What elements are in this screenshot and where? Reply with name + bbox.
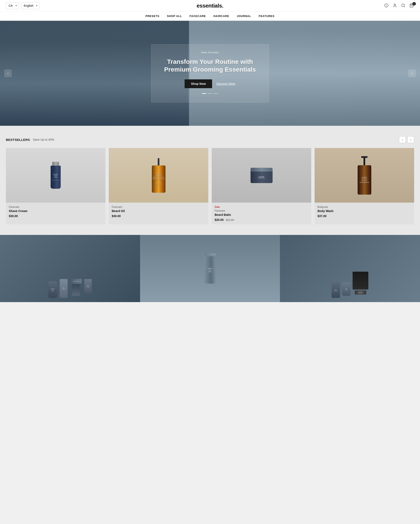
product-image-shave-cream: essentials.ShaveCream———————— (6, 148, 105, 203)
banner-panel-haircare[interactable]: HairShampoo HairMask Matte Paste (280, 235, 420, 302)
body-wash-pump (361, 156, 368, 165)
bestsellers-subtitle: Save Up to 40% (33, 138, 54, 141)
svg-point-3 (394, 4, 396, 5)
beard-balm-label: essentialsBeard Balm (258, 176, 265, 178)
product-card-beard-balm[interactable]: essentialsBeard Balm Sale Facecare Beard… (212, 148, 311, 224)
info-icon[interactable] (384, 3, 389, 8)
cart-count: 0 (412, 2, 416, 5)
nav-presets[interactable]: PRESETS (146, 15, 159, 18)
body-wash-label: essentialsRefreshingShower GelRich & Vit… (360, 176, 369, 183)
body-wash-pump-neck (364, 158, 365, 165)
bestsellers-next-button[interactable]: › (407, 136, 414, 143)
hero-next-button[interactable]: › (408, 70, 416, 77)
nav-shop-all[interactable]: SHOP ALL (167, 15, 182, 18)
shave-cream-body: essentials.ShaveCream———————— (51, 166, 61, 189)
product-price-beard-oil: $30.00 (112, 214, 205, 218)
hero-frame: New Arrivals Transform Your Routine with… (151, 44, 269, 103)
country-select[interactable]: CA (6, 2, 19, 9)
product-info-shave-cream: Facecare Shave Cream $30.00 (6, 203, 105, 221)
product-name-beard-oil: Beard Oil (112, 209, 205, 213)
hero-buttons: Shop Now Discover More (160, 79, 260, 88)
product-price-body-wash: $37.00 (317, 214, 411, 218)
beard-oil-visual: essentialsBeard OilNatural Jojoba Extrac… (152, 158, 166, 193)
nav-journal[interactable]: JOURNAL (237, 15, 251, 18)
hero-dots (160, 93, 260, 94)
bestsellers-title-group: BESTSELLERS Save Up to 40% (6, 138, 54, 141)
product-card-shave-cream[interactable]: essentials.ShaveCream———————— Facecare S… (6, 148, 105, 224)
product-card-body-wash[interactable]: essentialsRefreshingShower GelRich & Vit… (315, 148, 414, 224)
beard-oil-body: essentialsBeard OilNatural Jojoba Extrac… (152, 166, 166, 193)
shop-now-button[interactable]: Shop Now (184, 79, 212, 88)
product-price-beard-balm: $25.00 $31.00 (215, 218, 308, 221)
cart-icon[interactable]: 0 (410, 3, 414, 8)
beard-oil-dropper (158, 158, 159, 166)
sale-badge: Sale (215, 206, 308, 209)
body-wash-pump-head (361, 156, 368, 158)
hero-dot-2[interactable] (208, 93, 212, 94)
product-card-beard-oil[interactable]: essentialsBeard OilNatural Jojoba Extrac… (109, 148, 208, 224)
hero-tag: New Arrivals (160, 51, 260, 54)
banner-panel-facecare[interactable]: essentialsFaceWash FaceCream Beard Cream… (0, 235, 140, 302)
header-icons: 0 (384, 3, 414, 8)
products-grid: essentials.ShaveCream———————— Facecare S… (6, 148, 414, 224)
product-info-body-wash: Bodycare Body Wash $37.00 (315, 203, 414, 221)
banner-panel-bodycare[interactable]: essentialsBodyCream (140, 235, 280, 302)
beard-balm-body: essentialsBeard Balm (251, 172, 272, 183)
nav-facecare[interactable]: FACECARE (189, 15, 206, 18)
shave-cream-label: essentials.ShaveCream———————— (52, 174, 60, 181)
product-name-body-wash: Body Wash (317, 209, 411, 213)
product-category-beard-balm: Facecare (215, 209, 308, 212)
body-wash-body: essentialsRefreshingShower GelRich & Vit… (358, 165, 371, 195)
nav-features[interactable]: FEATURES (259, 15, 275, 18)
price-sale-beard-balm: $25.00 (215, 218, 224, 221)
product-name-beard-balm: Beard Balm (215, 213, 308, 217)
language-select-wrapper: English (21, 2, 39, 9)
beard-balm-lid (251, 168, 272, 172)
site-header: CA English essentials. 0 (0, 0, 420, 21)
bestsellers-section: BESTSELLERS Save Up to 40% ‹ › essential… (0, 126, 420, 235)
hero-section: ‹ New Arrivals Transform Your Routine wi… (0, 21, 420, 126)
beard-oil-label: essentialsBeard OilNatural Jojoba Extrac… (152, 173, 165, 185)
shave-cream-visual: essentials.ShaveCream———————— (51, 162, 61, 189)
country-select-wrapper: CA (6, 2, 19, 9)
hero-title: Transform Your Routine with Premium Groo… (160, 58, 260, 73)
nav-haircare[interactable]: HAIRCARE (213, 15, 229, 18)
bestsellers-prev-button[interactable]: ‹ (399, 136, 406, 143)
bestsellers-nav: ‹ › (399, 136, 414, 143)
product-category-shave-cream: Facecare (9, 206, 103, 209)
site-logo[interactable]: essentials. (197, 2, 223, 9)
product-info-beard-balm: Sale Facecare Beard Balm $25.00 $31.00 (212, 203, 311, 224)
discover-more-button[interactable]: Discover More (216, 82, 235, 86)
banner-section: essentialsFaceWash FaceCream Beard Cream… (0, 235, 420, 302)
hero-prev-button[interactable]: ‹ (4, 70, 12, 77)
bestsellers-header: BESTSELLERS Save Up to 40% ‹ › (6, 136, 414, 143)
price-original-beard-balm: $31.00 (226, 218, 234, 221)
body-wash-visual: essentialsRefreshingShower GelRich & Vit… (358, 156, 371, 195)
product-category-beard-oil: Facecare (112, 206, 205, 209)
shave-cream-cap (52, 162, 59, 166)
search-icon[interactable] (401, 3, 406, 8)
product-image-beard-balm: essentialsBeard Balm (212, 148, 311, 203)
product-category-body-wash: Bodycare (317, 206, 411, 209)
svg-line-5 (404, 6, 405, 7)
account-icon[interactable] (393, 3, 397, 8)
beard-balm-visual: essentialsBeard Balm (251, 168, 272, 183)
product-image-body-wash: essentialsRefreshingShower GelRich & Vit… (315, 148, 414, 203)
product-price-shave-cream: $30.00 (9, 214, 103, 218)
bestsellers-title: BESTSELLERS (6, 138, 30, 141)
main-nav: PRESETS SHOP ALL FACECARE HAIRCARE JOURN… (0, 11, 420, 21)
language-select[interactable]: English (21, 2, 39, 9)
product-name-shave-cream: Shave Cream (9, 209, 103, 213)
hero-content: New Arrivals Transform Your Routine with… (147, 40, 273, 107)
hero-dot-3[interactable] (214, 93, 218, 94)
hero-dot-1[interactable] (202, 93, 206, 94)
product-info-beard-oil: Facecare Beard Oil $30.00 (109, 203, 208, 221)
product-image-beard-oil: essentialsBeard OilNatural Jojoba Extrac… (109, 148, 208, 203)
header-top: CA English essentials. 0 (0, 0, 420, 11)
header-selects: CA English (6, 2, 39, 9)
